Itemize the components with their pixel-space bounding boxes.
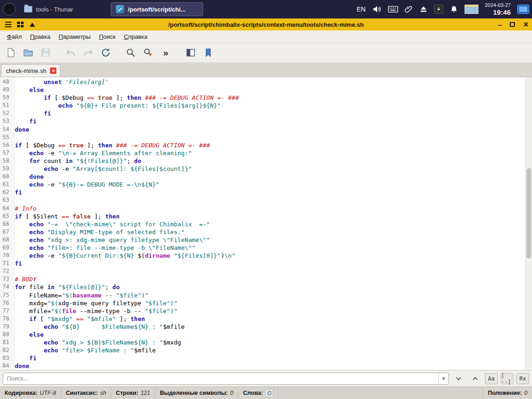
more-tools-button[interactable]: »: [158, 45, 174, 60]
menu-item-2[interactable]: Параметры: [54, 32, 95, 42]
code-text: echo "file>: file --mime-type -b \"FileN…: [12, 244, 195, 252]
folder-icon: [24, 6, 32, 12]
code-text: fi: [12, 117, 36, 125]
code-line: 66 echo "-= \"check-mime\" script for Ch…: [0, 220, 525, 228]
code-line: 50 if [ $Debug == true ]; then ### -= DE…: [0, 94, 525, 102]
code-text: echo "file> $FileName : "$mfile: [12, 346, 156, 354]
status-position: Положение:0: [483, 387, 532, 399]
clock[interactable]: 2024-03-27 19:46: [485, 2, 511, 16]
display-settings-icon[interactable]: [517, 5, 529, 14]
close-button[interactable]: ×: [523, 20, 528, 29]
code-line: 69 echo "file>: file --mime-type -b \"Fi…: [0, 244, 525, 252]
line-number: 65: [0, 212, 12, 220]
window-menu-icon[interactable]: [4, 20, 13, 29]
code-line: 81 echo "xdg > ${B}$FileName${N} : "$mxd…: [0, 339, 525, 346]
line-number: 76: [0, 299, 12, 307]
match-case-toggle[interactable]: Aa: [485, 373, 498, 384]
code-text: [12, 267, 15, 275]
line-number: 71: [0, 260, 12, 267]
side-panel-toggle-button[interactable]: [183, 45, 199, 60]
screenshot-preview-icon[interactable]: [465, 5, 478, 14]
tab-check-mime[interactable]: check-mime.sh ×: [1, 64, 60, 77]
line-number: 60: [0, 173, 12, 181]
panel-time: 19:46: [485, 8, 511, 16]
minimize-button[interactable]: –: [498, 21, 502, 28]
regex-toggle[interactable]: Rx: [516, 373, 529, 384]
code-text: echo "xdg > ${B}$FileName${N} : "$mxdg: [12, 339, 181, 346]
maximize-button[interactable]: [510, 22, 515, 27]
line-number: 50: [0, 94, 12, 102]
code-line: 55: [0, 133, 525, 141]
code-line: 48 unset 'Files[arg]': [0, 78, 525, 86]
top-panel: tools - Thunar /portsoft/script/chi... E…: [0, 0, 532, 18]
bookmark-button[interactable]: [200, 45, 216, 60]
keyboard-layout-indicator[interactable]: EN: [357, 6, 365, 13]
scrollbar-thumb[interactable]: [526, 168, 531, 259]
find-next-icon[interactable]: [452, 372, 466, 385]
app-grid-icon[interactable]: [16, 20, 25, 29]
line-number: 66: [0, 220, 12, 228]
code-line: 58 for count in "${!Files[@]}"; do: [0, 157, 525, 165]
line-number: 74: [0, 283, 12, 291]
code-text: done: [12, 173, 44, 181]
code-line: 72: [0, 267, 525, 275]
taskbar-item-editor[interactable]: /portsoft/script/chi...: [111, 2, 203, 16]
menu-item-3[interactable]: Поиск: [95, 32, 120, 42]
code-text: fi: [12, 354, 36, 362]
code-line: 73# BODY: [0, 275, 525, 283]
undo-button[interactable]: [63, 45, 79, 60]
line-number: 83: [0, 354, 12, 362]
redo-button[interactable]: [80, 45, 96, 60]
line-number: 54: [0, 126, 12, 133]
search-history-dropdown-icon[interactable]: ▾: [438, 373, 448, 384]
tab-close-icon[interactable]: ×: [50, 67, 56, 74]
code-text: if [ $Silent == false ]; then: [12, 212, 120, 220]
code-text: echo "Display MIME-type of selected file…: [12, 228, 185, 236]
line-number: 84: [0, 362, 12, 370]
taskbar-item-thunar[interactable]: tools - Thunar: [19, 2, 107, 16]
updates-icon[interactable]: [434, 5, 443, 14]
menu-bar: ФайлПравкаПараметрыПоискСправка: [0, 30, 532, 43]
shade-up-icon[interactable]: [28, 20, 37, 29]
status-word-count: Слова:: [238, 387, 278, 399]
line-number: 82: [0, 346, 12, 354]
code-line: 59 echo -e "Array[$count]: ${Files[$coun…: [0, 165, 525, 173]
replace-button[interactable]: [140, 45, 156, 60]
distro-menu-icon[interactable]: [3, 3, 16, 16]
notifications-bell-icon[interactable]: [450, 5, 458, 14]
search-button[interactable]: [123, 45, 139, 60]
line-number: 49: [0, 86, 12, 94]
eject-icon[interactable]: [419, 5, 428, 13]
save-button[interactable]: [38, 45, 54, 60]
volume-icon[interactable]: [372, 5, 381, 14]
line-number: 77: [0, 307, 12, 315]
recount-words-icon[interactable]: [265, 389, 273, 397]
line-number: 59: [0, 165, 12, 173]
whole-word-toggle[interactable]: |··|: [501, 373, 514, 384]
menu-item-0[interactable]: Файл: [3, 32, 26, 42]
code-line: 70 echo -e "${B}Current Dir:${N} $(dirna…: [0, 252, 525, 260]
menu-item-1[interactable]: Правка: [26, 32, 54, 42]
code-text: fi: [12, 109, 51, 117]
taskbar-item-label: tools - Thunar: [36, 6, 73, 13]
reload-button[interactable]: [98, 45, 114, 60]
find-previous-icon[interactable]: [468, 372, 482, 385]
search-field: ▾: [3, 373, 449, 385]
keyboard-icon[interactable]: [388, 6, 398, 13]
toolbar: »: [0, 43, 532, 63]
code-line: 84done: [0, 362, 525, 370]
open-file-button[interactable]: [20, 45, 36, 60]
code-line: 52 fi: [0, 109, 525, 117]
code-editor[interactable]: 48 unset 'Files[arg]'49 else50 if [ $Deb…: [0, 77, 532, 370]
code-text: else: [12, 331, 44, 339]
new-file-button[interactable]: [3, 45, 18, 60]
line-number: 51: [0, 102, 12, 109]
code-text: echo -e "Array[$count]: ${Files[$count]}…: [12, 165, 192, 173]
vertical-scrollbar[interactable]: [525, 77, 532, 370]
search-input[interactable]: [3, 373, 438, 384]
code-text: unset 'Files[arg]': [12, 78, 109, 86]
tab-label: check-mime.sh: [6, 67, 46, 74]
code-text: else: [12, 86, 44, 94]
menu-item-4[interactable]: Справка: [120, 32, 151, 42]
clipboard-paperclip-icon[interactable]: [405, 5, 413, 14]
